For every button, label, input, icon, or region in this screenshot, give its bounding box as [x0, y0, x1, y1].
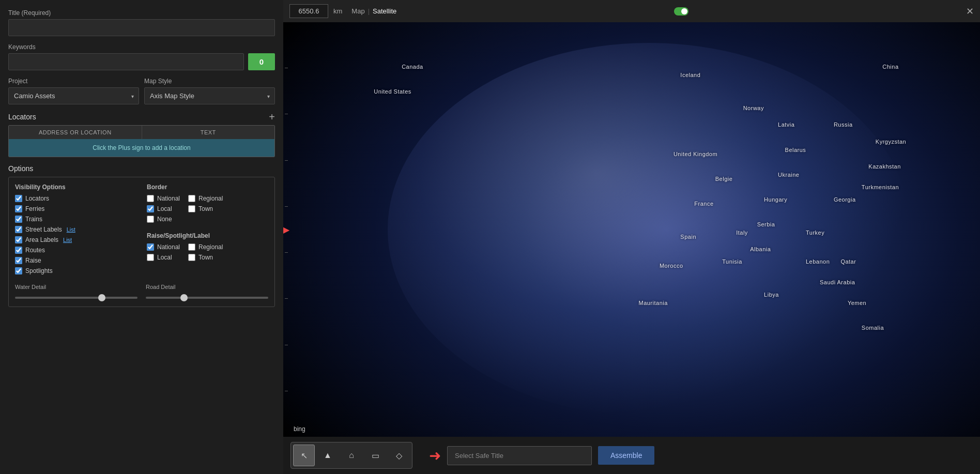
map-label-ukraine: Ukraine	[778, 172, 799, 178]
water-detail-slider[interactable]	[15, 297, 137, 299]
border-national-label: National	[157, 195, 180, 202]
visibility-arealabels-label: Area Labels	[25, 236, 58, 243]
locators-table-header: ADDRESS OR LOCATION TEXT	[9, 126, 274, 139]
water-detail-group: Water Detail	[15, 284, 137, 300]
visibility-streetlabels-row: Street Labels List	[15, 226, 136, 233]
street-labels-list-link[interactable]: List	[67, 226, 75, 233]
road-detail-slider[interactable]	[146, 297, 268, 299]
cursor-tool-btn[interactable]: ↖	[293, 445, 315, 466]
raise-town-cb[interactable]	[188, 254, 195, 261]
border-title: Border	[147, 184, 268, 191]
map-container[interactable]: ▶ Canada United States Iceland Norway Ch…	[283, 22, 980, 437]
area-labels-list-link[interactable]: List	[63, 237, 72, 243]
locators-section: Locators + ADDRESS OR LOCATION TEXT Clic…	[8, 112, 275, 157]
visibility-col: Visibility Options Locators Ferries Trai…	[15, 184, 136, 278]
visibility-spotlights-row: Spotlights	[15, 267, 136, 274]
map-label-qatar: Qatar	[840, 258, 856, 265]
toolbar-group: ↖ ▲ ⌂ ▭ ◇	[290, 442, 412, 469]
border-town-cb[interactable]	[188, 205, 195, 212]
visibility-arealabels-cb[interactable]	[15, 236, 22, 243]
locators-empty-msg: Click the Plus sign to add a location	[9, 139, 274, 157]
border-local-cb[interactable]	[147, 205, 154, 212]
locators-col-text: TEXT	[142, 126, 275, 139]
map-label-somalia: Somalia	[862, 325, 884, 331]
km-unit: km	[333, 7, 342, 15]
bing-label: bing	[294, 425, 305, 433]
map-label-yemen: Yemen	[848, 300, 866, 306]
visibility-ferries-row: Ferries	[15, 205, 136, 212]
mapstyle-group: Map Style Axis Map Style ▾	[144, 78, 275, 104]
map-view-btn[interactable]: Map	[351, 7, 364, 15]
border-none-cb[interactable]	[147, 216, 154, 223]
add-locator-btn[interactable]: +	[269, 112, 275, 122]
location-tool-btn[interactable]: ⌂	[341, 445, 362, 466]
map-label-canada: Canada	[402, 64, 423, 70]
locators-table: ADDRESS OR LOCATION TEXT Click the Plus …	[8, 125, 275, 157]
visibility-ferries-cb[interactable]	[15, 205, 22, 212]
options-box: Visibility Options Locators Ferries Trai…	[8, 177, 275, 307]
theme-toggle-btn[interactable]	[674, 7, 688, 16]
map-label-georgia: Georgia	[834, 196, 856, 203]
map-arrow-indicator: ▶	[283, 225, 289, 235]
border-regional-label: Regional	[198, 195, 223, 202]
border-regional-cb[interactable]	[188, 195, 195, 202]
raise-right-col: Regional Town	[188, 243, 223, 264]
options-section: Options Visibility Options Locators Ferr…	[8, 164, 275, 307]
map-label-albania: Albania	[750, 246, 771, 252]
keywords-count-btn[interactable]: 0	[248, 53, 275, 70]
keywords-input[interactable]	[8, 53, 244, 70]
project-label: Project	[8, 78, 139, 85]
water-detail-label: Water Detail	[15, 284, 137, 290]
close-btn[interactable]: ✕	[966, 6, 974, 17]
raise-title: Raise/Spotlight/Label	[147, 232, 268, 239]
title-field-group: Title (Required)	[8, 9, 275, 36]
visibility-routes-cb[interactable]	[15, 247, 22, 254]
border-national-cb[interactable]	[147, 195, 154, 202]
comment-tool-btn[interactable]: ▭	[364, 445, 386, 466]
map-label-turkmenistan: Turkmenistan	[862, 184, 899, 190]
map-label-spain: Spain	[680, 234, 696, 240]
raise-local-cb[interactable]	[147, 254, 154, 261]
raise-left-col: National Local	[147, 243, 180, 264]
visibility-streetlabels-cb[interactable]	[15, 226, 22, 233]
border-raise-col: Border National Local	[147, 184, 268, 278]
scale-tick	[285, 252, 288, 253]
assemble-btn[interactable]: Assemble	[598, 446, 654, 465]
visibility-arealabels-row: Area Labels List	[15, 236, 136, 243]
raise-national-cb[interactable]	[147, 243, 154, 251]
locators-title: Locators	[8, 113, 36, 121]
map-separator: |	[368, 7, 370, 15]
raise-regional-row: Regional	[188, 243, 223, 251]
title-label: Title (Required)	[8, 9, 275, 17]
map-label-mauritania: Mauritania	[638, 300, 667, 306]
project-group: Project Camio Assets ▾	[8, 78, 139, 104]
raise-regional-cb[interactable]	[188, 243, 195, 251]
scale-tick	[285, 114, 288, 114]
visibility-spotlights-cb[interactable]	[15, 267, 22, 274]
map-label-kazakhstan: Kazakhstan	[868, 163, 900, 170]
scale-tick	[285, 206, 288, 207]
visibility-spotlights-label: Spotlights	[25, 267, 53, 274]
raise-local-label: Local	[157, 254, 172, 261]
raise-cols: National Local Regional	[147, 243, 268, 264]
project-select[interactable]: Camio Assets	[8, 87, 139, 104]
locators-col-address: ADDRESS OR LOCATION	[9, 126, 142, 139]
safe-title-select[interactable]: Select Safe Title	[447, 446, 592, 465]
visibility-trains-cb[interactable]	[15, 216, 22, 223]
cone-tool-btn[interactable]: ▲	[317, 445, 339, 466]
options-cols: Visibility Options Locators Ferries Trai…	[15, 184, 268, 278]
border-local-label: Local	[157, 205, 172, 212]
title-input[interactable]	[8, 19, 275, 36]
scale-tick	[285, 391, 288, 391]
raise-regional-label: Regional	[198, 243, 223, 251]
visibility-raise-cb[interactable]	[15, 257, 22, 264]
border-local-row: Local	[147, 205, 180, 212]
map-label-hungary: Hungary	[764, 196, 787, 203]
keywords-field-group: Keywords 0	[8, 43, 275, 70]
project-select-wrapper: Camio Assets ▾	[8, 87, 139, 104]
mapstyle-select[interactable]: Axis Map Style	[144, 87, 275, 104]
visibility-locators-cb[interactable]	[15, 195, 22, 202]
satellite-view-btn[interactable]: Satellite	[373, 7, 396, 15]
shape-tool-btn[interactable]: ◇	[388, 445, 410, 466]
border-national-row: National	[147, 195, 180, 202]
